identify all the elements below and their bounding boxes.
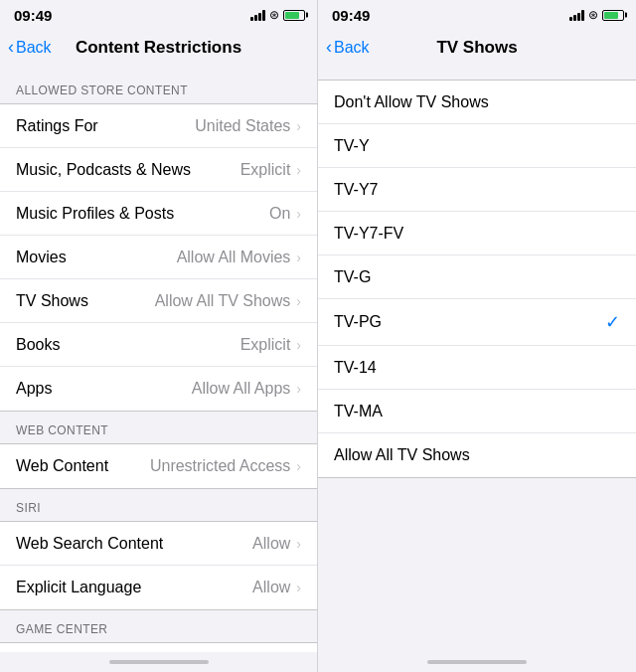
home-indicator-right xyxy=(318,652,636,672)
item-right-music-profiles: On › xyxy=(269,205,301,223)
item-label-ratings: Ratings For xyxy=(16,117,98,135)
tv-item-tvy7fv[interactable]: TV-Y7-FV xyxy=(318,212,636,255)
item-label-explicitlang: Explicit Language xyxy=(16,579,141,596)
chevron-music-profiles: › xyxy=(296,206,301,222)
time-left: 09:49 xyxy=(14,7,52,24)
chevron-webcontent: › xyxy=(296,458,301,474)
list-group-store: Ratings For United States › Music, Podca… xyxy=(0,103,317,412)
status-bar-left: 09:49 ⊛ xyxy=(0,0,317,28)
chevron-apps: › xyxy=(296,381,301,397)
tv-label-tvpg: TV-PG xyxy=(334,313,382,331)
tv-item-dont-allow[interactable]: Don't Allow TV Shows xyxy=(318,81,636,124)
tv-label-tv14: TV-14 xyxy=(334,359,377,377)
empty-area-right xyxy=(318,478,636,652)
chevron-tvshows: › xyxy=(296,293,301,309)
list-item-music-profiles[interactable]: Music Profiles & Posts On › xyxy=(0,192,317,236)
tv-item-tvg[interactable]: TV-G xyxy=(318,255,636,299)
section-header-web: WEB CONTENT xyxy=(0,412,317,443)
tv-item-tvpg[interactable]: TV-PG ✓ xyxy=(318,299,636,346)
back-label-right: Back xyxy=(334,39,370,57)
top-spacer-right xyxy=(318,72,636,80)
tv-label-tvy: TV-Y xyxy=(334,137,370,155)
item-right-books: Explicit › xyxy=(240,336,301,354)
item-label-movies: Movies xyxy=(16,249,67,266)
wifi-icon: ⊛ xyxy=(269,8,279,22)
tv-label-dont-allow: Don't Allow TV Shows xyxy=(334,93,489,111)
item-right-apps: Allow All Apps › xyxy=(192,380,301,398)
back-label-left: Back xyxy=(16,39,52,57)
item-label-books: Books xyxy=(16,336,60,354)
item-label-music-profiles: Music Profiles & Posts xyxy=(16,205,174,223)
content-scroll-left: ALLOWED STORE CONTENT Ratings For United… xyxy=(0,72,317,652)
battery-icon-right xyxy=(602,10,624,21)
tv-item-tv14[interactable]: TV-14 xyxy=(318,346,636,390)
chevron-movies: › xyxy=(296,250,301,265)
list-item-movies[interactable]: Movies Allow All Movies › xyxy=(0,236,317,279)
page-title-right: TV Shows xyxy=(436,38,517,58)
wifi-icon-right: ⊛ xyxy=(588,8,598,22)
chevron-explicitlang: › xyxy=(296,580,301,595)
list-item-websearch[interactable]: Web Search Content Allow › xyxy=(0,522,317,566)
battery-icon xyxy=(283,10,305,21)
nav-bar-right: ‹ Back TV Shows xyxy=(318,28,636,72)
back-button-left[interactable]: ‹ Back xyxy=(8,38,52,58)
chevron-music: › xyxy=(296,162,301,178)
item-right-webcontent: Unrestricted Access › xyxy=(150,457,301,475)
status-icons-right: ⊛ xyxy=(569,8,624,22)
tv-item-tvma[interactable]: TV-MA xyxy=(318,390,636,433)
item-right-tvshows: Allow All TV Shows › xyxy=(155,292,301,310)
status-icons-left: ⊛ xyxy=(250,8,305,22)
signal-icon xyxy=(250,9,265,21)
tv-label-tvma: TV-MA xyxy=(334,403,383,420)
right-panel: 09:49 ⊛ ‹ Back TV Shows Don't Allow TV S… xyxy=(318,0,636,672)
signal-icon-right xyxy=(569,9,584,21)
tv-shows-list: Don't Allow TV Shows TV-Y TV-Y7 TV-Y7-FV… xyxy=(318,80,636,478)
list-item-books[interactable]: Books Explicit › xyxy=(0,323,317,367)
time-right: 09:49 xyxy=(332,7,370,24)
tv-label-tvy7: TV-Y7 xyxy=(334,181,378,199)
item-label-tvshows: TV Shows xyxy=(16,292,88,310)
item-right-music: Explicit › xyxy=(240,161,301,179)
tv-item-tvy7[interactable]: TV-Y7 xyxy=(318,168,636,212)
nav-bar-left: ‹ Back Content Restrictions xyxy=(0,28,317,72)
item-label-webcontent: Web Content xyxy=(16,457,108,475)
section-header-siri: SIRI xyxy=(0,489,317,521)
tv-label-tvy7fv: TV-Y7-FV xyxy=(334,225,403,243)
list-group-web: Web Content Unrestricted Access › xyxy=(0,443,317,489)
list-item-webcontent[interactable]: Web Content Unrestricted Access › xyxy=(0,444,317,488)
status-bar-right: 09:49 ⊛ xyxy=(318,0,636,28)
tv-label-allow-all: Allow All TV Shows xyxy=(334,446,470,464)
left-panel: 09:49 ⊛ ‹ Back Content Restrictions ALLO… xyxy=(0,0,318,672)
item-label-apps: Apps xyxy=(16,380,52,398)
chevron-books: › xyxy=(296,337,301,353)
section-header-gamecenter: GAME CENTER xyxy=(0,610,317,642)
list-group-gamecenter: Multiplayer Games Allow › Adding Friends… xyxy=(0,642,317,652)
list-item-explicitlang[interactable]: Explicit Language Allow › xyxy=(0,566,317,609)
back-chevron-left: ‹ xyxy=(8,37,14,58)
home-bar-right xyxy=(427,660,527,664)
checkmark-tvpg: ✓ xyxy=(605,311,620,333)
tv-label-tvg: TV-G xyxy=(334,268,371,286)
item-right-movies: Allow All Movies › xyxy=(177,249,301,266)
list-item-multiplayer[interactable]: Multiplayer Games Allow › xyxy=(0,643,317,652)
chevron-websearch: › xyxy=(296,536,301,552)
home-indicator-left xyxy=(0,652,317,672)
back-button-right[interactable]: ‹ Back xyxy=(326,38,370,58)
tv-item-allow-all[interactable]: Allow All TV Shows xyxy=(318,433,636,477)
home-bar-left xyxy=(109,660,209,664)
back-chevron-right: ‹ xyxy=(326,37,332,58)
list-item-apps[interactable]: Apps Allow All Apps › xyxy=(0,367,317,411)
list-item-tvshows[interactable]: TV Shows Allow All TV Shows › xyxy=(0,279,317,323)
item-right-ratings: United States › xyxy=(195,117,301,135)
list-group-siri: Web Search Content Allow › Explicit Lang… xyxy=(0,521,317,610)
list-item-music[interactable]: Music, Podcasts & News Explicit › xyxy=(0,148,317,192)
list-item-ratings[interactable]: Ratings For United States › xyxy=(0,104,317,148)
item-right-explicitlang: Allow › xyxy=(252,579,301,596)
item-label-websearch: Web Search Content xyxy=(16,535,163,553)
chevron-ratings: › xyxy=(296,118,301,134)
page-title-left: Content Restrictions xyxy=(76,38,241,58)
tv-item-tvy[interactable]: TV-Y xyxy=(318,124,636,168)
section-header-store: ALLOWED STORE CONTENT xyxy=(0,72,317,103)
item-right-websearch: Allow › xyxy=(252,535,301,553)
item-label-music: Music, Podcasts & News xyxy=(16,161,191,179)
